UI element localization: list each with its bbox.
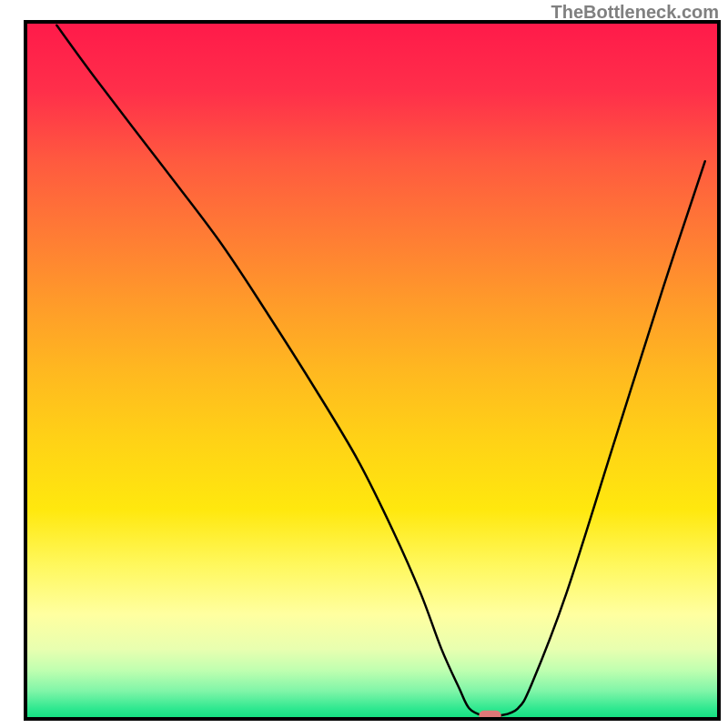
gradient-background [25, 22, 719, 719]
watermark-text: TheBottleneck.com [551, 2, 719, 23]
chart-container: TheBottleneck.com [0, 0, 728, 728]
bottleneck-chart [0, 0, 728, 728]
